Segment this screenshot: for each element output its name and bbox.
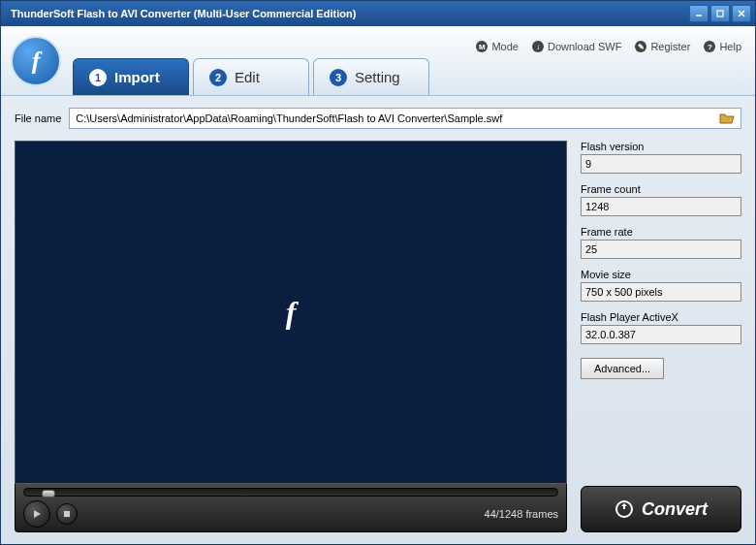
titlebar: ThunderSoft Flash to AVI Converter (Mult… bbox=[1, 1, 755, 26]
help-link[interactable]: ?Help bbox=[704, 41, 741, 52]
download-swf-link[interactable]: ↓Download SWF bbox=[532, 41, 621, 52]
header-links: MMode ↓Download SWF ✎Register ?Help bbox=[476, 41, 741, 52]
activex-value: 32.0.0.387 bbox=[581, 325, 741, 344]
close-button[interactable] bbox=[732, 5, 751, 22]
app-window: ThunderSoft Flash to AVI Converter (Mult… bbox=[0, 0, 756, 545]
field-label: Frame count bbox=[581, 183, 741, 195]
window-title: ThunderSoft Flash to AVI Converter (Mult… bbox=[5, 8, 689, 19]
info-column: Flash version 9 Frame count 1248 Frame r… bbox=[581, 141, 741, 532]
progress-knob[interactable] bbox=[42, 490, 55, 497]
flash-version-field: Flash version 9 bbox=[581, 141, 741, 174]
open-file-icon[interactable] bbox=[719, 112, 735, 125]
tab-number: 3 bbox=[330, 69, 347, 86]
convert-button[interactable]: Convert bbox=[581, 486, 741, 532]
flash-icon: f bbox=[286, 295, 297, 331]
file-path-value: C:\Users\Administrator\AppData\Roaming\T… bbox=[76, 112, 502, 124]
file-name-label: File name bbox=[15, 112, 61, 124]
flash-icon: f bbox=[32, 47, 41, 76]
tab-label: Setting bbox=[355, 69, 400, 85]
header-area: f 1 Import 2 Edit 3 Setting MMode ↓Downl… bbox=[1, 26, 755, 96]
file-name-input[interactable]: C:\Users\Administrator\AppData\Roaming\T… bbox=[69, 108, 741, 129]
frame-count-value: 1248 bbox=[581, 197, 741, 216]
tab-label: Import bbox=[114, 69, 160, 85]
frame-rate-value: 25 bbox=[581, 240, 741, 259]
frame-rate-field: Frame rate 25 bbox=[581, 226, 741, 259]
svg-rect-1 bbox=[717, 11, 723, 16]
tab-import[interactable]: 1 Import bbox=[73, 58, 189, 95]
advanced-button[interactable]: Advanced... bbox=[581, 358, 664, 379]
tab-setting[interactable]: 3 Setting bbox=[313, 58, 429, 95]
tab-number: 1 bbox=[89, 69, 107, 86]
minimize-button[interactable] bbox=[689, 5, 709, 22]
help-icon: ? bbox=[704, 41, 715, 52]
convert-icon bbox=[614, 499, 634, 519]
download-icon: ↓ bbox=[532, 41, 544, 52]
field-label: Flash version bbox=[581, 141, 741, 152]
field-label: Flash Player ActiveX bbox=[581, 311, 741, 323]
frame-counter: 44/1248 frames bbox=[485, 508, 558, 520]
tab-label: Edit bbox=[235, 69, 260, 85]
svg-rect-5 bbox=[64, 511, 70, 517]
mode-link[interactable]: MMode bbox=[476, 41, 519, 52]
field-label: Movie size bbox=[581, 269, 741, 280]
maximize-button[interactable] bbox=[710, 5, 730, 22]
tab-number: 2 bbox=[209, 69, 227, 86]
main-row: f 44/1248 frames Flash version 9 bbox=[15, 141, 741, 532]
play-button[interactable] bbox=[23, 500, 50, 528]
register-link[interactable]: ✎Register bbox=[635, 41, 690, 52]
window-controls bbox=[689, 5, 751, 22]
progress-track[interactable] bbox=[23, 488, 558, 497]
preview-column: f 44/1248 frames bbox=[15, 141, 567, 532]
tab-bar: 1 Import 2 Edit 3 Setting bbox=[73, 58, 433, 95]
tab-edit[interactable]: 2 Edit bbox=[193, 58, 309, 95]
stop-button[interactable] bbox=[56, 503, 78, 525]
player-controls: 44/1248 frames bbox=[23, 500, 558, 528]
frame-count-field: Frame count 1248 bbox=[581, 183, 741, 216]
content-area: File name C:\Users\Administrator\AppData… bbox=[1, 96, 755, 544]
svg-marker-4 bbox=[34, 510, 41, 518]
player-bar: 44/1248 frames bbox=[15, 484, 567, 532]
mode-icon: M bbox=[476, 41, 488, 52]
file-row: File name C:\Users\Administrator\AppData… bbox=[15, 108, 741, 129]
convert-label: Convert bbox=[642, 499, 708, 520]
movie-size-value: 750 x 500 pixels bbox=[581, 282, 741, 302]
register-icon: ✎ bbox=[635, 41, 646, 52]
app-logo: f bbox=[11, 36, 61, 86]
field-label: Frame rate bbox=[581, 226, 741, 238]
activex-field: Flash Player ActiveX 32.0.0.387 bbox=[581, 311, 741, 344]
movie-size-field: Movie size 750 x 500 pixels bbox=[581, 269, 741, 302]
flash-preview: f bbox=[15, 141, 567, 484]
flash-version-value: 9 bbox=[581, 154, 741, 174]
